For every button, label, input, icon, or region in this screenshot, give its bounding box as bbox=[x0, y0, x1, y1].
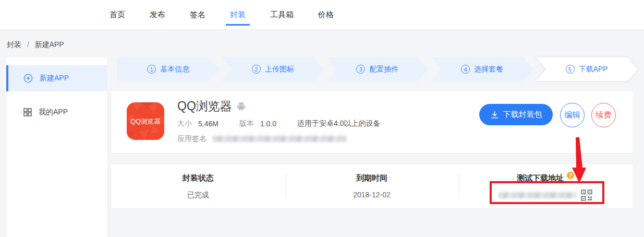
step-select-plan[interactable]: 4 选择套餐 bbox=[431, 57, 533, 81]
sidebar-item-label: 我的APP bbox=[39, 108, 68, 117]
test-download-label: 测试下载地址 bbox=[517, 173, 564, 183]
breadcrumb-current: 新建APP bbox=[35, 40, 64, 49]
step-label: 配置插件 bbox=[369, 65, 398, 74]
expiry-value: 2018-12-02 bbox=[353, 191, 391, 199]
version-label: 版本 bbox=[239, 119, 254, 128]
app-info: QQ浏览器 大小 5.46M bbox=[177, 98, 381, 144]
step-number: 2 bbox=[252, 65, 261, 74]
nav-item-home[interactable]: 首页 bbox=[110, 10, 125, 20]
sidebar: 新建APP 我的APP bbox=[6, 57, 107, 237]
nav-item-package-active[interactable]: 封装 bbox=[230, 10, 246, 20]
sidebar-item-label: 新建APP bbox=[40, 74, 69, 83]
step-number: 3 bbox=[356, 65, 365, 74]
sidebar-item-new-app[interactable]: 新建APP bbox=[6, 65, 107, 91]
steps-progress-bar: 1 基本信息 2 上传图标 3 配置插件 4 选择套餐 5 下载 bbox=[117, 57, 638, 81]
nav-item-toolbox[interactable]: 工具箱 bbox=[270, 10, 294, 20]
step-label: 基本信息 bbox=[160, 65, 189, 74]
edit-button[interactable]: 编辑 bbox=[560, 103, 585, 127]
step-upload-icon[interactable]: 2 上传图标 bbox=[222, 57, 324, 81]
nav-item-publish[interactable]: 发布 bbox=[150, 10, 165, 20]
step-basic-info[interactable]: 1 基本信息 bbox=[117, 57, 220, 81]
svg-text:QQ浏览器: QQ浏览器 bbox=[131, 118, 161, 125]
step-label: 选择套餐 bbox=[474, 65, 503, 74]
signature-masked-value bbox=[213, 136, 346, 142]
plus-circle-icon bbox=[23, 74, 33, 83]
package-status-value: 已完成 bbox=[187, 191, 209, 200]
expiry-column: 到期时间 2018-12-02 bbox=[285, 164, 458, 208]
breadcrumb-separator: / bbox=[27, 40, 29, 49]
android-icon bbox=[237, 101, 246, 113]
test-download-url-masked[interactable] bbox=[499, 192, 577, 198]
step-number: 4 bbox=[461, 65, 470, 74]
qr-code-icon[interactable] bbox=[581, 189, 592, 201]
sidebar-item-my-app[interactable]: 我的APP bbox=[6, 99, 107, 125]
breadcrumb: 封装 / 新建APP bbox=[7, 40, 64, 50]
compatibility-text: 适用于安卓4.0以上的设备 bbox=[297, 119, 380, 128]
renew-button[interactable]: 续费 bbox=[591, 103, 616, 127]
size-label: 大小 bbox=[177, 119, 192, 128]
step-download-app[interactable]: 5 下载APP bbox=[536, 57, 638, 81]
step-label: 下载APP bbox=[579, 65, 608, 74]
step-number: 5 bbox=[566, 65, 575, 74]
package-status-label: 封装状态 bbox=[183, 173, 214, 183]
top-header: 首页 发布 签名 封装 工具箱 价格 bbox=[0, 0, 644, 30]
status-card: 封装状态 已完成 到期时间 2018-12-02 测试下载地址 ? bbox=[111, 164, 633, 208]
download-icon bbox=[490, 111, 499, 119]
top-nav: 首页 发布 签名 封装 工具箱 价格 bbox=[110, 0, 334, 30]
page: 首页 发布 签名 封装 工具箱 价格 封装 / 新建APP 新建APP 我的AP… bbox=[0, 0, 644, 237]
package-status-column: 封装状态 已完成 bbox=[111, 164, 285, 208]
signature-row: 应用签名 bbox=[177, 134, 381, 144]
grid-icon bbox=[23, 108, 32, 116]
breadcrumb-section[interactable]: 封装 bbox=[7, 40, 21, 49]
nav-item-pricing[interactable]: 价格 bbox=[318, 10, 334, 20]
download-package-button[interactable]: 下载封装包 bbox=[479, 104, 553, 125]
nav-item-sign[interactable]: 签名 bbox=[190, 10, 205, 20]
app-meta-row: 大小 5.46M 版本 1.0.0 适用于安卓4.0以上的设备 bbox=[177, 119, 381, 128]
test-download-column: 测试下载地址 ? bbox=[459, 164, 633, 208]
step-configure-plugins[interactable]: 3 配置插件 bbox=[326, 57, 429, 81]
step-number: 1 bbox=[147, 65, 156, 74]
size-value: 5.46M bbox=[198, 120, 218, 128]
app-title: QQ浏览器 bbox=[177, 98, 232, 114]
app-icon: QQ浏览器 bbox=[127, 102, 164, 140]
signature-label: 应用签名 bbox=[177, 134, 206, 144]
expiry-label: 到期时间 bbox=[356, 173, 387, 183]
help-question-icon[interactable]: ? bbox=[567, 172, 574, 179]
app-info-card: QQ浏览器 QQ浏览器 bbox=[111, 91, 633, 153]
version-value: 1.0.0 bbox=[260, 120, 276, 128]
download-button-label: 下载封装包 bbox=[503, 110, 542, 120]
step-label: 上传图标 bbox=[265, 65, 294, 74]
